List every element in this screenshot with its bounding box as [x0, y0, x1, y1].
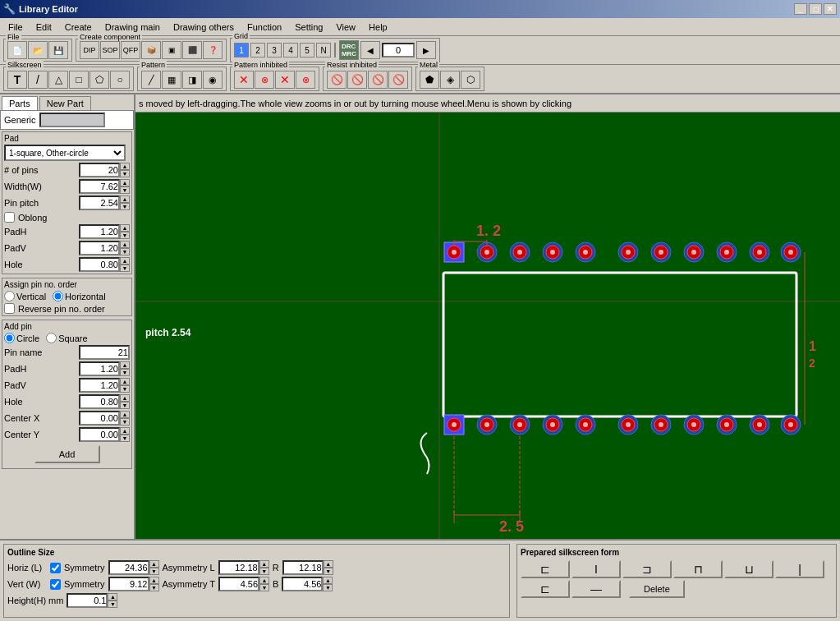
silk-line-btn[interactable]: /: [28, 71, 48, 89]
grid-input[interactable]: [382, 43, 415, 58]
silk-rect-btn[interactable]: □: [69, 71, 89, 89]
height-input[interactable]: [67, 593, 108, 608]
padh2-down[interactable]: ▼: [120, 369, 130, 376]
generic-input[interactable]: [39, 113, 105, 127]
menu-file[interactable]: File: [2, 21, 30, 34]
padv2-up[interactable]: ▲: [120, 378, 130, 385]
padv2-down[interactable]: ▼: [120, 385, 130, 393]
pat-btn1[interactable]: ╱: [141, 71, 161, 89]
padv-down[interactable]: ▼: [120, 248, 130, 255]
metal-btn2[interactable]: ◈: [440, 71, 460, 89]
vert-sym-checkbox[interactable]: [50, 579, 61, 590]
silk-btn4[interactable]: ⊓: [673, 560, 723, 578]
canvas-container[interactable]: 1. 2 2. 5 1 2: [135, 113, 840, 539]
asym-b-down[interactable]: ▼: [323, 584, 333, 591]
asym-t-input[interactable]: [218, 577, 259, 591]
menu-help[interactable]: Help: [362, 21, 394, 34]
horiz-value-input[interactable]: [108, 560, 149, 575]
cc-btn3[interactable]: QFP: [121, 41, 140, 59]
menu-drawing-others[interactable]: Drawing others: [167, 21, 241, 34]
parts-tab[interactable]: Parts: [2, 96, 38, 110]
horizontal-radio[interactable]: [53, 291, 63, 301]
horiz-sym-checkbox[interactable]: [50, 563, 61, 573]
silk-btn6[interactable]: |: [775, 560, 824, 578]
ri-btn3[interactable]: 🚫: [368, 71, 388, 89]
silk-btn5[interactable]: ⊔: [724, 560, 773, 578]
menu-view[interactable]: View: [329, 21, 362, 34]
pins-down[interactable]: ▼: [120, 170, 130, 177]
grid-num-2[interactable]: 2: [250, 43, 265, 58]
padv-up[interactable]: ▲: [120, 241, 130, 248]
minimize-button[interactable]: _: [794, 3, 807, 15]
cc-btn7[interactable]: ❓: [203, 41, 223, 59]
asym-r-up[interactable]: ▲: [324, 560, 333, 568]
pi-btn3[interactable]: ✕: [275, 71, 295, 89]
pin-pitch-down[interactable]: ▼: [120, 203, 130, 210]
save-file-button[interactable]: 💾: [48, 41, 68, 59]
center-y-down[interactable]: ▼: [120, 435, 130, 442]
center-x-up[interactable]: ▲: [120, 411, 130, 418]
silk-tri-btn[interactable]: △: [48, 71, 68, 89]
grid-num-1[interactable]: 1: [234, 43, 249, 58]
pin-pitch-up[interactable]: ▲: [120, 196, 130, 203]
center-x-input[interactable]: [79, 411, 120, 426]
silk-poly-btn[interactable]: ⬠: [90, 71, 109, 89]
cc-btn6[interactable]: ⬛: [182, 41, 202, 59]
padv-input[interactable]: [79, 241, 120, 255]
close-button[interactable]: ✕: [824, 3, 837, 15]
ri-btn2[interactable]: 🚫: [347, 71, 367, 89]
circle-radio[interactable]: [4, 333, 15, 343]
ri-btn1[interactable]: 🚫: [327, 71, 347, 89]
asym-l-down[interactable]: ▼: [259, 568, 269, 575]
hole-input[interactable]: [79, 257, 120, 272]
vert-up[interactable]: ▲: [149, 577, 159, 584]
menu-setting[interactable]: Setting: [288, 21, 329, 34]
silk-circ-btn[interactable]: ○: [110, 71, 130, 89]
silk-text-btn[interactable]: T: [7, 71, 27, 89]
vert-value-input[interactable]: [108, 577, 149, 591]
asym-t-up[interactable]: ▲: [259, 577, 269, 584]
hole2-down[interactable]: ▼: [120, 402, 130, 409]
metal-btn1[interactable]: ⬟: [420, 71, 439, 89]
hole2-up[interactable]: ▲: [120, 394, 130, 402]
pins-input[interactable]: [79, 163, 120, 177]
square-radio[interactable]: [46, 333, 57, 343]
oblong-checkbox[interactable]: [4, 212, 15, 223]
hole-down[interactable]: ▼: [120, 264, 130, 272]
restore-button[interactable]: ◻: [809, 3, 822, 15]
pins-up[interactable]: ▲: [120, 163, 130, 170]
padh-input[interactable]: [79, 224, 120, 239]
silk-btn8[interactable]: —: [571, 580, 621, 598]
width-up[interactable]: ▲: [120, 179, 130, 186]
cc-btn4[interactable]: 📦: [141, 41, 161, 59]
center-y-up[interactable]: ▲: [120, 427, 130, 435]
silk-btn3[interactable]: ⊐: [622, 560, 672, 578]
pin-pitch-input[interactable]: [79, 196, 120, 210]
asym-r-input[interactable]: [282, 560, 324, 575]
center-y-input[interactable]: [79, 427, 120, 442]
vert-down[interactable]: ▼: [149, 584, 159, 591]
height-down[interactable]: ▼: [108, 600, 117, 608]
asym-t-down[interactable]: ▼: [259, 584, 269, 591]
cc-btn2[interactable]: SOP: [100, 41, 120, 59]
cc-btn1[interactable]: DIP: [80, 41, 99, 59]
open-file-button[interactable]: 📂: [28, 41, 48, 59]
menu-edit[interactable]: Edit: [30, 21, 58, 34]
silk-btn7[interactable]: ⊏: [521, 580, 570, 598]
grid-left-button[interactable]: ◀: [360, 41, 380, 59]
pi-btn2[interactable]: ⊗: [255, 71, 274, 89]
pin-name-input[interactable]: [79, 345, 130, 360]
padh2-input[interactable]: [79, 361, 120, 376]
asym-l-input[interactable]: [218, 560, 259, 575]
horiz-up[interactable]: ▲: [149, 560, 159, 568]
padh-down[interactable]: ▼: [120, 232, 130, 239]
metal-btn3[interactable]: ⬡: [461, 71, 480, 89]
center-x-down[interactable]: ▼: [120, 418, 130, 426]
width-input[interactable]: [79, 179, 120, 194]
pi-btn4[interactable]: ⊗: [296, 71, 315, 89]
add-button[interactable]: Add: [34, 445, 100, 463]
width-down[interactable]: ▼: [120, 186, 130, 194]
pat-btn3[interactable]: ◨: [182, 71, 202, 89]
silk-btn1[interactable]: ⊏: [521, 560, 570, 578]
pat-btn2[interactable]: ▦: [162, 71, 181, 89]
